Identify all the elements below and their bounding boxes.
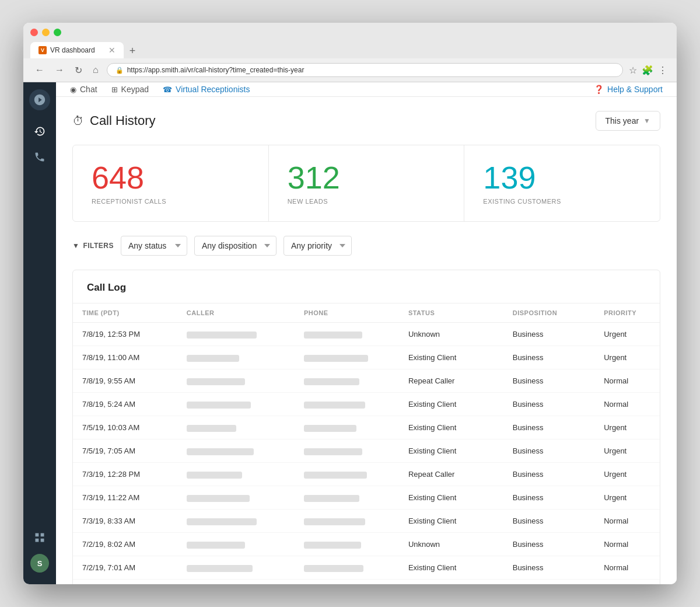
stat-card-new-leads: 312 NEW LEADS — [269, 145, 465, 221]
table-row[interactable]: 7/8/19, 9:55 AM Repeat Caller Business N… — [73, 369, 660, 393]
app-container: S ◉ Chat ⊞ Keypad ☎ Virtual Receptionist… — [23, 82, 677, 584]
cell-status: Repeat Caller — [399, 369, 503, 393]
cell-disposition: Business — [503, 463, 594, 486]
url-input[interactable]: 🔒 https://app.smith.ai/vr/call-history?t… — [107, 63, 623, 77]
table-header: TIME (PDT) CALLER PHONE STATUS DISPOSITI… — [73, 304, 660, 323]
address-bar: ← → ↻ ⌂ 🔒 https://app.smith.ai/vr/call-h… — [23, 58, 677, 82]
bookmark-icon[interactable]: ☆ — [629, 65, 637, 76]
vr-icon: ☎ — [163, 85, 172, 94]
cell-caller — [177, 346, 295, 369]
maximize-button[interactable] — [54, 29, 61, 36]
cell-time: 7/2/19, 8:02 AM — [73, 533, 177, 556]
phone-redacted — [304, 495, 359, 502]
cell-priority: Urgent — [594, 580, 660, 585]
user-avatar[interactable]: S — [30, 554, 49, 573]
page-title-text: Call History — [90, 113, 155, 128]
cell-time: 7/8/19, 12:53 PM — [73, 323, 177, 346]
table-row[interactable]: 7/2/19, 8:02 AM Unknown Business Normal — [73, 533, 660, 556]
page-header: ⏱ Call History This year ▼ — [72, 111, 660, 131]
receptionist-calls-number: 648 — [92, 162, 250, 193]
cell-phone — [295, 556, 399, 580]
app-logo[interactable] — [29, 89, 50, 110]
cell-priority: Urgent — [594, 486, 660, 510]
home-button[interactable]: ⌂ — [90, 64, 101, 76]
phone-redacted — [304, 565, 363, 572]
cell-disposition: Business — [503, 486, 594, 510]
caller-redacted — [187, 448, 254, 455]
cell-caller — [177, 439, 295, 463]
phone-redacted — [304, 518, 365, 525]
phone-redacted — [304, 542, 361, 549]
cell-time: 7/2/19, 7:01 AM — [73, 556, 177, 580]
new-tab-button[interactable]: + — [125, 43, 140, 58]
table-row[interactable]: 7/5/19, 7:05 AM Existing Client Business… — [73, 439, 660, 463]
table-row[interactable]: 7/3/19, 8:33 AM Existing Client Business… — [73, 510, 660, 533]
existing-customers-label: EXISTING CUSTOMERS — [483, 198, 641, 205]
page-content: ⏱ Call History This year ▼ 648 RECEPTION… — [56, 97, 677, 584]
cell-time: 7/8/19, 11:00 AM — [73, 346, 177, 369]
receptionist-calls-label: RECEPTIONIST CALLS — [92, 198, 250, 205]
status-filter[interactable]: Any status Completed Missed Voicemail — [121, 236, 187, 256]
cell-disposition: Business — [503, 510, 594, 533]
phone-redacted — [304, 355, 368, 362]
close-button[interactable] — [30, 29, 38, 36]
cell-phone — [295, 346, 399, 369]
forward-button[interactable]: → — [52, 64, 66, 76]
table-row[interactable]: 7/8/19, 5:24 AM Existing Client Business… — [73, 393, 660, 416]
cell-caller — [177, 369, 295, 393]
nav-item-chat[interactable]: ◉ Chat — [70, 82, 97, 96]
cell-disposition: Business — [503, 439, 594, 463]
cell-disposition: Business — [503, 416, 594, 439]
cell-time: 7/1/19, 8:32 AM — [73, 580, 177, 585]
caller-redacted — [187, 565, 253, 572]
priority-filter[interactable]: Any priority Urgent Normal Low — [284, 236, 352, 256]
sidebar-item-grid[interactable] — [29, 527, 50, 548]
menu-icon[interactable]: ⋮ — [658, 65, 667, 76]
table-row[interactable]: 7/8/19, 11:00 AM Existing Client Busines… — [73, 346, 660, 369]
page-title: ⏱ Call History — [72, 113, 155, 128]
refresh-button[interactable]: ↻ — [72, 64, 85, 77]
cell-caller — [177, 580, 295, 585]
cell-status: Existing Client — [399, 346, 503, 369]
cell-phone — [295, 369, 399, 393]
caller-redacted — [187, 542, 245, 549]
help-support-link[interactable]: ❓ Help & Support — [594, 85, 663, 94]
caller-redacted — [187, 495, 250, 502]
tab-close-icon[interactable]: ✕ — [108, 46, 116, 55]
cell-time: 7/3/19, 8:33 AM — [73, 510, 177, 533]
sidebar-item-history[interactable] — [29, 121, 50, 142]
stat-card-existing-customers: 139 EXISTING CUSTOMERS — [464, 145, 660, 221]
back-button[interactable]: ← — [33, 64, 47, 76]
table-row[interactable]: 7/5/19, 10:03 AM Existing Client Busines… — [73, 416, 660, 439]
table-row[interactable]: 7/3/19, 11:22 AM Existing Client Busines… — [73, 486, 660, 510]
active-tab[interactable]: V VR dashboard ✕ — [30, 42, 124, 58]
browser-window: V VR dashboard ✕ + ← → ↻ ⌂ 🔒 https://app… — [23, 23, 677, 584]
caller-redacted — [187, 518, 257, 525]
table-row[interactable]: 7/2/19, 7:01 AM Existing Client Business… — [73, 556, 660, 580]
nav-item-chat-label: Chat — [80, 85, 97, 94]
table-row[interactable]: 7/8/19, 12:53 PM Unknown Business Urgent — [73, 323, 660, 346]
cell-status: Unknown — [399, 323, 503, 346]
filter-icon: ▼ — [72, 242, 79, 250]
tab-title: VR dashboard — [50, 46, 95, 54]
table-row[interactable]: 7/1/19, 8:32 AM Existing Client Business… — [73, 580, 660, 585]
disposition-filter[interactable]: Any disposition Business Personal Spam — [194, 236, 276, 256]
sidebar-bottom: S — [29, 526, 50, 577]
call-log-table: TIME (PDT) CALLER PHONE STATUS DISPOSITI… — [73, 304, 660, 584]
cell-status: Unknown — [399, 533, 503, 556]
time-filter-dropdown[interactable]: This year ▼ — [596, 111, 660, 131]
nav-item-keypad[interactable]: ⊞ Keypad — [111, 82, 149, 96]
extensions-icon[interactable]: 🧩 — [642, 65, 653, 76]
history-icon: ⏱ — [72, 114, 84, 128]
chevron-down-icon: ▼ — [643, 117, 650, 125]
cell-priority: Urgent — [594, 439, 660, 463]
cell-time: 7/3/19, 12:28 PM — [73, 463, 177, 486]
cell-caller — [177, 416, 295, 439]
existing-customers-number: 139 — [483, 162, 641, 193]
call-log-container: Call Log TIME (PDT) CALLER PHONE STATUS … — [72, 270, 660, 584]
nav-item-virtual-receptionists[interactable]: ☎ Virtual Receptionists — [163, 82, 250, 96]
minimize-button[interactable] — [42, 29, 50, 36]
top-navigation: ◉ Chat ⊞ Keypad ☎ Virtual Receptionists … — [56, 82, 677, 97]
table-row[interactable]: 7/3/19, 12:28 PM Repeat Caller Business … — [73, 463, 660, 486]
sidebar-item-phone[interactable] — [29, 146, 50, 168]
